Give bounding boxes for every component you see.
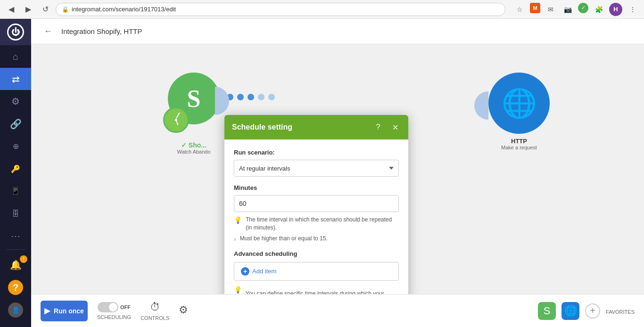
hint-text-1: The time interval in which the scenario … (246, 216, 399, 232)
sidebar-item-home[interactable]: ⌂ (0, 45, 31, 68)
controls-label: CONTROLS (140, 315, 169, 321)
hint-row-2: › Must be higher than or equal to 15. (234, 235, 399, 243)
camera-icon[interactable]: 📷 (561, 3, 574, 16)
sidebar-item-notifications[interactable]: 🔔 ! (0, 252, 31, 278)
paid-note-icon: 💡 (234, 286, 242, 294)
http-module[interactable]: 🌐 HTTP Make a request (488, 73, 550, 150)
sidebar-item-more[interactable]: ⋯ (0, 225, 31, 247)
hint-row-1: 💡 The time interval in which the scenari… (234, 216, 399, 232)
page-title: Integration Shopify, HTTP (61, 27, 142, 35)
add-favorite-button[interactable]: + (585, 303, 600, 319)
shopify-module-label: ✓ Sho... (177, 141, 210, 149)
puzzle-icon[interactable]: 🧩 (592, 3, 605, 16)
paid-note-row: 💡 You can define specific time intervals… (234, 286, 399, 294)
add-item-link[interactable]: + Add item (241, 267, 392, 276)
lock-icon: 🔒 (62, 6, 69, 13)
hint-icon-1: 💡 (234, 216, 242, 224)
back-button[interactable]: ◀ (5, 3, 18, 16)
sidebar-item-templates[interactable]: ⚙ (0, 90, 31, 113)
address-text: integromat.com/scenario/1917013/edit (72, 6, 176, 13)
http-icon-circle: 🌐 (488, 73, 550, 134)
shopify-clock (163, 107, 189, 133)
keys-icon: 🔑 (11, 164, 20, 173)
connections-icon: 🔗 (10, 118, 22, 130)
ext-icon-green[interactable]: ✓ (578, 3, 588, 13)
browser-chrome: ◀ ▶ ↺ 🔒 integromat.com/scenario/1917013/… (0, 0, 644, 19)
http-module-label: HTTP (511, 138, 527, 145)
minutes-input[interactable] (234, 195, 399, 212)
dot-3 (248, 94, 254, 100)
modal-close-button[interactable]: ✕ (389, 122, 401, 133)
dot-2 (237, 94, 244, 100)
scheduling-toggle[interactable]: OFF (98, 302, 131, 312)
notifications-icon: 🔔 (10, 259, 22, 270)
sidebar-item-scenarios[interactable]: ⇄ (0, 68, 31, 90)
favorites-area: S 🌐 + FAVORITES (538, 302, 635, 320)
profile-button[interactable]: H (609, 3, 622, 16)
avatar: 👤 (8, 302, 23, 318)
datastore-icon: 🗄 (12, 210, 19, 218)
toggle-track[interactable] (98, 302, 118, 312)
back-to-list-button[interactable]: ← (41, 24, 56, 39)
sidebar-item-connections[interactable]: 🔗 (0, 113, 31, 135)
connection-dots (227, 94, 275, 100)
add-circle-icon: + (241, 267, 249, 276)
advanced-scheduling-label: Advanced scheduling (234, 250, 399, 257)
fav-shopify-icon[interactable]: S (538, 302, 556, 320)
play-icon: ▶ (44, 306, 50, 315)
controls-action[interactable]: ⏱ CONTROLS (140, 301, 169, 321)
sidebar-item-keys[interactable]: 🔑 (0, 157, 31, 180)
devices-icon: 📱 (11, 187, 20, 196)
sidebar-item-datastore[interactable]: 🗄 (0, 203, 31, 225)
paid-note-text: You can define specific time intervals d… (246, 289, 399, 294)
scheduling-toggle-group: OFF SCHEDULING (97, 302, 131, 320)
shopify-icon-circle: S ✓ (168, 73, 220, 124)
settings-action[interactable]: ⚙ (179, 304, 188, 318)
http-module-sublabel: Make a request (501, 145, 537, 150)
modal-title: Schedule setting (232, 123, 292, 131)
hint-icon-2: › (234, 235, 236, 243)
run-scenario-select[interactable]: At regular intervals Every day Every wee… (234, 160, 399, 177)
scheduling-label: SCHEDULING (97, 314, 131, 320)
forward-button[interactable]: ▶ (22, 3, 35, 16)
hint-text-2: Must be higher than or equal to 15. (240, 235, 328, 243)
chrome-icons: ☆ M ✉ 📷 ✓ 🧩 H ⋮ (513, 3, 639, 16)
controls-icon: ⏱ (150, 301, 160, 313)
sidebar-bottom: 🔔 ! ? 👤 (0, 252, 31, 327)
add-item-label: Add item (252, 268, 276, 275)
templates-icon: ⚙ (11, 96, 20, 107)
more-icon: ⋯ (11, 230, 20, 242)
sidebar-item-profile[interactable]: 👤 (0, 297, 31, 323)
right-connector (474, 91, 488, 120)
menu-button[interactable]: ⋮ (626, 3, 639, 16)
sidebar-item-devices[interactable]: 📱 (0, 180, 31, 203)
shopify-module[interactable]: S ✓ ✓ Sho... Watch Abando (168, 73, 220, 155)
star-button[interactable]: ☆ (513, 3, 526, 16)
notification-badge: ! (20, 255, 27, 263)
scenarios-icon: ⇄ (12, 74, 20, 85)
top-bar: ← Integration Shopify, HTTP (31, 19, 644, 44)
modal-help-button[interactable]: ? (372, 122, 384, 133)
modal-header: Schedule setting ? ✕ (224, 115, 408, 139)
fav-shopify-item: S (538, 302, 556, 320)
address-bar[interactable]: 🔒 integromat.com/scenario/1917013/edit (56, 3, 505, 16)
minutes-label: Minutes (234, 184, 399, 191)
sidebar-item-help[interactable]: ? (8, 280, 23, 295)
shopify-module-sublabel: Watch Abando (177, 149, 210, 155)
email-icon[interactable]: ✉ (544, 3, 557, 16)
refresh-button[interactable]: ↺ (39, 3, 52, 16)
sidebar-item-webhooks[interactable]: ⊕ (0, 135, 31, 158)
sidebar-logo[interactable]: ⏻ (0, 19, 31, 45)
logo-icon: ⏻ (7, 24, 24, 41)
toggle-off-label: OFF (120, 304, 131, 310)
ext-icon-orange[interactable]: M (530, 3, 540, 13)
run-once-button[interactable]: ▶ Run once (41, 301, 88, 321)
canvas-area[interactable]: S ✓ ✓ Sho... Watch Abando (31, 44, 644, 294)
run-scenario-label: Run scenario: (234, 149, 399, 156)
fav-http-icon[interactable]: 🌐 (561, 302, 579, 320)
left-connector (215, 87, 229, 115)
modal-header-actions: ? ✕ (372, 122, 401, 133)
main-content: ← Integration Shopify, HTTP S ✓ (31, 19, 644, 327)
dot-5 (268, 94, 275, 100)
settings-icon: ⚙ (179, 304, 188, 316)
